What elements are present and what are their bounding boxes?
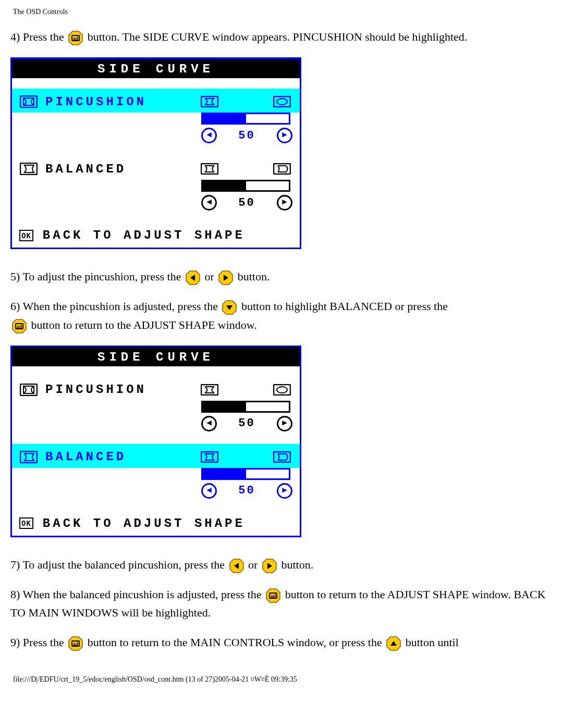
step5-or: or — [204, 270, 217, 283]
balanced-value: 50 — [238, 196, 255, 209]
osd-spacer — [12, 501, 300, 511]
step7-text-a: 7) To adjust the balanced pincushion, pr… — [10, 558, 228, 571]
svg-point-22 — [277, 387, 287, 393]
left-arrow-icon[interactable]: ◀ — [201, 416, 217, 431]
right-arrow-icon[interactable]: ▶ — [277, 483, 292, 499]
osd-gap — [12, 78, 300, 89]
svg-text:ad: ad — [73, 36, 79, 41]
osd-back-row[interactable]: OK BACK TO ADJUST SHAPE — [12, 223, 300, 248]
balanced-slider-fill — [203, 181, 246, 190]
step-4: 4) Press the ad button. The SIDE CURVE w… — [10, 28, 553, 46]
back-label: BACK TO ADJUST SHAPE — [33, 228, 245, 242]
step-5: 5) To adjust the pincushion, press the o… — [10, 267, 553, 286]
up-button-icon — [386, 636, 401, 651]
svg-text:ad: ad — [73, 641, 79, 647]
step6-text-a: 6) When the pincushion is adjusted, pres… — [10, 300, 221, 313]
svg-text:ad: ad — [271, 594, 276, 599]
ok-button-icon: ad — [68, 31, 83, 45]
balanced-slider[interactable] — [201, 468, 290, 480]
balanced-icon — [19, 450, 38, 464]
back-label: BACK TO ADJUST SHAPE — [33, 516, 245, 530]
step-6: 6) When the pincushion is adjusted, pres… — [10, 297, 553, 334]
balanced-slider[interactable] — [201, 180, 290, 192]
pincushion-label: PINCUSHION — [38, 382, 200, 397]
step9-text-c: button until — [406, 636, 459, 649]
right-arrow-icon[interactable]: ▶ — [277, 195, 292, 211]
pincushion-slider-row: ◀ 50 ▶ — [12, 401, 300, 434]
step6-text-b: button to highlight BALANCED or press th… — [241, 300, 448, 313]
balanced-label: BALANCED — [38, 450, 200, 464]
pincushion-value: 50 — [238, 129, 255, 142]
pincushion-icon — [19, 95, 38, 108]
step8-text-a: 8) When the balanced pincushion is adjus… — [10, 588, 264, 601]
step9-text-a: 9) Press the — [10, 636, 67, 649]
pincushion-slider-fill — [203, 114, 246, 123]
osd-row-pincushion[interactable]: PINCUSHION — [12, 89, 300, 113]
pincushion-icon — [19, 383, 38, 397]
balanced-slider-row: ◀ 50 ▶ — [12, 180, 300, 213]
step7-or: or — [248, 558, 261, 571]
right-button-icon — [262, 559, 277, 573]
osd-title: SIDE CURVE — [12, 347, 300, 366]
step5-text-b: button. — [238, 270, 270, 283]
left-arrow-icon[interactable]: ◀ — [201, 483, 217, 499]
pincushion-slider-fill — [203, 402, 246, 411]
pincushion-max-icon — [273, 95, 291, 108]
osd-row-balanced[interactable]: BALANCED — [12, 156, 300, 180]
footer-file-path: file:///D|/EDFU/crt_19_5/edoc/english/OS… — [13, 675, 553, 684]
step4-text-b: button. The SIDE CURVE window appears. P… — [88, 30, 468, 43]
balanced-label: BALANCED — [38, 162, 200, 176]
osd-title: SIDE CURVE — [12, 59, 300, 78]
balanced-icon — [19, 162, 38, 176]
ok-button-icon: ad — [266, 588, 280, 603]
balanced-slider-fill — [203, 470, 246, 478]
ok-button-icon: ad — [68, 636, 83, 651]
ok-icon: OK — [19, 230, 33, 241]
osd-spacer — [12, 434, 300, 444]
step-8: 8) When the balanced pincushion is adjus… — [10, 585, 553, 622]
ok-button-icon: ad — [12, 319, 27, 334]
right-arrow-icon[interactable]: ▶ — [277, 416, 292, 431]
balanced-value: 50 — [238, 484, 255, 497]
svg-point-6 — [277, 98, 287, 105]
balanced-slider-row: ◀ 50 ▶ — [12, 468, 300, 501]
step-7: 7) To adjust the balanced pincushion, pr… — [10, 556, 553, 574]
step4-text-a: 4) Press the — [10, 30, 67, 43]
svg-text:ad: ad — [17, 324, 22, 329]
osd-spacer — [12, 145, 300, 156]
page-header: The OSD Controls — [13, 8, 553, 16]
left-arrow-icon[interactable]: ◀ — [201, 195, 217, 211]
balanced-max-icon — [273, 163, 291, 175]
osd-spacer — [12, 213, 300, 223]
balanced-max-icon — [273, 451, 291, 463]
pincushion-max-icon — [273, 384, 291, 396]
step7-text-b: button. — [281, 558, 313, 571]
pincushion-min-icon — [200, 384, 219, 396]
right-button-icon — [218, 270, 233, 285]
osd-panel-balanced-selected: SIDE CURVE PINCUSHION ◀ 50 ▶ — [10, 346, 301, 537]
osd-back-row[interactable]: OK BACK TO ADJUST SHAPE — [12, 511, 300, 536]
balanced-min-icon — [200, 163, 219, 175]
balanced-min-icon — [200, 451, 219, 463]
pincushion-min-icon — [200, 95, 219, 108]
step-9: 9) Press the ad button to return to the … — [10, 633, 553, 651]
ok-icon: OK — [19, 517, 33, 529]
down-button-icon — [222, 300, 237, 315]
right-arrow-icon[interactable]: ▶ — [277, 128, 292, 143]
pincushion-slider-row: ◀ 50 ▶ — [12, 113, 300, 145]
pincushion-slider[interactable] — [201, 401, 290, 413]
left-button-icon — [186, 270, 200, 285]
pincushion-label: PINCUSHION — [38, 95, 200, 109]
pincushion-slider[interactable] — [201, 113, 290, 125]
pincushion-value: 50 — [238, 417, 255, 430]
osd-panel-pincushion-selected: SIDE CURVE PINCUSHION ◀ 50 ▶ — [10, 57, 301, 249]
step5-text-a: 5) To adjust the pincushion, press the — [10, 270, 184, 283]
osd-row-balanced[interactable]: BALANCED — [12, 444, 300, 468]
left-button-icon — [229, 559, 244, 573]
osd-gap — [12, 366, 300, 377]
osd-row-pincushion[interactable]: PINCUSHION — [12, 377, 300, 401]
step9-text-b: button to return to the MAIN CONTROLS wi… — [88, 636, 385, 649]
step6-text-c: button to return to the ADJUST SHAPE win… — [31, 318, 257, 331]
left-arrow-icon[interactable]: ◀ — [201, 128, 217, 143]
